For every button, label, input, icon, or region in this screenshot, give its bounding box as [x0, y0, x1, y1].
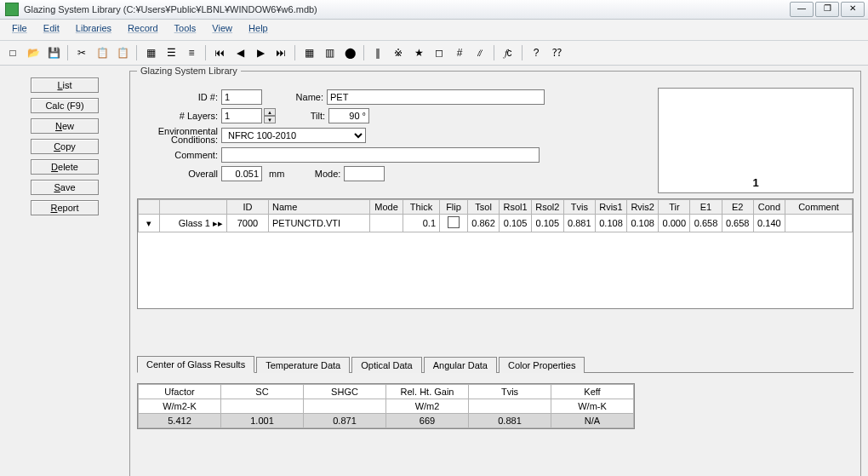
- col-header: SC: [221, 385, 304, 399]
- col-header: Ufactor: [139, 385, 221, 399]
- tab-optical[interactable]: Optical Data: [351, 357, 422, 373]
- col-header: Name: [269, 200, 370, 215]
- cell-rvis1[interactable]: 0.108: [595, 215, 626, 232]
- cell-tir[interactable]: 0.000: [659, 215, 690, 232]
- col-header: Rel. Ht. Gain: [386, 385, 469, 399]
- report-button[interactable]: Report: [31, 200, 99, 215]
- toolbar-button[interactable]: 📋: [113, 43, 132, 62]
- cell-comment[interactable]: [785, 215, 853, 232]
- cell-e2[interactable]: 0.658: [722, 215, 753, 232]
- toolbar-button[interactable]: ★: [409, 43, 428, 62]
- value-cell: 0.881: [469, 414, 551, 428]
- mode-field[interactable]: [344, 166, 385, 181]
- tilt-label: Tilt:: [286, 111, 328, 121]
- menu-view[interactable]: View: [205, 21, 239, 35]
- flip-checkbox-icon[interactable]: [448, 216, 460, 228]
- calc-button[interactable]: Calc (F9): [31, 98, 99, 113]
- toolbar-button[interactable]: 💾: [44, 43, 63, 62]
- tab-color[interactable]: Color Properties: [499, 357, 585, 373]
- table-row[interactable]: ▾ Glass 1 ▸▸ 7000 PETUNCTD.VTI 0.1 0.862…: [139, 215, 853, 232]
- cell-rvis2[interactable]: 0.108: [627, 215, 659, 232]
- cell-flip[interactable]: [440, 215, 468, 232]
- unit-cell: [469, 399, 551, 414]
- menu-tools[interactable]: Tools: [168, 21, 203, 35]
- cell-name[interactable]: PETUNCTD.VTI: [269, 215, 370, 232]
- toolbar-button[interactable]: ※: [389, 43, 408, 62]
- unit-cell: [221, 399, 304, 414]
- col-header: ID: [227, 200, 269, 215]
- cell-cond[interactable]: 0.140: [753, 215, 785, 232]
- col-header: Rsol1: [500, 200, 532, 215]
- toolbar-button[interactable]: ▦: [300, 43, 318, 62]
- unit-cell: W/m2-K: [139, 399, 221, 414]
- toolbar-button[interactable]: ⏮: [210, 43, 229, 62]
- spin-down-icon[interactable]: ▼: [264, 116, 276, 123]
- layer-label: Glass 1 ▸▸: [160, 215, 227, 232]
- comment-field[interactable]: [221, 147, 540, 163]
- toolbar-button[interactable]: ⁇: [547, 43, 566, 62]
- spin-up-icon[interactable]: ▲: [264, 108, 276, 116]
- cell-rsol1[interactable]: 0.105: [500, 215, 532, 232]
- cell-rsol2[interactable]: 0.105: [531, 215, 563, 232]
- delete-button[interactable]: Delete: [31, 159, 99, 175]
- cell-id[interactable]: 7000: [227, 215, 269, 232]
- toolbar: □📂💾✂📋📋▦☰≡⏮◀▶⏭▦▥⬤‖※★◻#⫽𝑓c?⁇: [0, 41, 868, 66]
- tab-center-of-glass[interactable]: Center of Glass Results: [137, 356, 254, 373]
- restore-button[interactable]: ❐: [815, 2, 839, 17]
- name-field[interactable]: [327, 89, 545, 105]
- layers-label: # Layers:: [137, 111, 221, 121]
- cell-thick[interactable]: 0.1: [403, 215, 440, 232]
- col-header: SHGC: [304, 385, 386, 399]
- toolbar-button[interactable]: 📋: [93, 43, 111, 62]
- col-header: Tvis: [469, 385, 551, 399]
- toolbar-button[interactable]: ‖: [368, 43, 387, 62]
- tab-temperature[interactable]: Temperature Data: [256, 357, 350, 373]
- new-button[interactable]: New: [31, 118, 99, 134]
- cell-tvis[interactable]: 0.881: [563, 215, 595, 232]
- toolbar-button[interactable]: □: [3, 43, 22, 62]
- menu-help[interactable]: Help: [242, 21, 275, 35]
- menu-libraries[interactable]: Libraries: [69, 21, 118, 35]
- overall-field[interactable]: [221, 166, 262, 181]
- cell-e1[interactable]: 0.658: [690, 215, 722, 232]
- col-header: Cond: [753, 200, 785, 215]
- toolbar-button[interactable]: 𝑓c: [499, 43, 517, 62]
- results-tabs: Center of Glass Results Temperature Data…: [137, 355, 854, 373]
- toolbar-button[interactable]: ?: [527, 43, 545, 62]
- copy-button[interactable]: Copy: [31, 139, 99, 154]
- row-dropdown-icon[interactable]: ▾: [139, 215, 160, 232]
- toolbar-button[interactable]: ▥: [320, 43, 339, 62]
- value-cell: N/A: [551, 414, 634, 428]
- toolbar-button[interactable]: ⫽: [471, 43, 489, 62]
- cell-mode[interactable]: [370, 215, 403, 232]
- toolbar-button[interactable]: 📂: [24, 43, 43, 62]
- layers-spinner[interactable]: ▲ ▼: [264, 108, 276, 123]
- toolbar-button[interactable]: ▶: [251, 43, 270, 62]
- toolbar-button[interactable]: ✂: [72, 43, 91, 62]
- toolbar-button[interactable]: ◻: [430, 43, 448, 62]
- save-button[interactable]: Save: [31, 180, 99, 195]
- toolbar-button[interactable]: ▦: [141, 43, 160, 62]
- list-button[interactable]: List: [31, 77, 99, 93]
- toolbar-button[interactable]: #: [450, 43, 469, 62]
- tab-angular[interactable]: Angular Data: [424, 357, 497, 373]
- toolbar-button[interactable]: ☰: [162, 43, 180, 62]
- env-conditions-select[interactable]: NFRC 100-2010: [221, 128, 366, 143]
- menu-record[interactable]: Record: [121, 21, 164, 35]
- col-header: [139, 200, 160, 215]
- toolbar-button[interactable]: ⏭: [271, 43, 290, 62]
- tilt-field[interactable]: [328, 108, 369, 123]
- layers-field[interactable]: [221, 108, 262, 123]
- toolbar-button[interactable]: ⬤: [340, 43, 359, 62]
- preview-box: 1: [658, 88, 854, 193]
- toolbar-button[interactable]: ≡: [182, 43, 201, 62]
- toolbar-button[interactable]: ◀: [231, 43, 249, 62]
- close-button[interactable]: ✕: [841, 2, 865, 17]
- cell-tsol[interactable]: 0.862: [468, 215, 500, 232]
- id-field[interactable]: [221, 89, 262, 105]
- col-header: Flip: [440, 200, 468, 215]
- minimize-button[interactable]: —: [790, 2, 814, 17]
- col-header: Keff: [551, 385, 634, 399]
- menu-edit[interactable]: Edit: [37, 21, 66, 35]
- menu-file[interactable]: File: [5, 21, 34, 35]
